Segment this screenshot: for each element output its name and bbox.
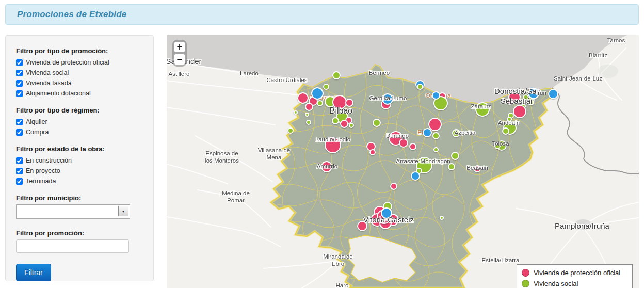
map-label: Vitoria-Gasteiz <box>363 215 414 225</box>
map-label: Laredo <box>240 70 259 77</box>
filter-checkbox[interactable] <box>16 90 23 97</box>
legend-dot-icon <box>522 280 529 287</box>
map-label: Villasana de Mena <box>258 147 290 162</box>
map-label: Saint-Jean-de-Luz <box>554 75 602 82</box>
zoom-out-button[interactable]: − <box>174 54 185 65</box>
filter-option-label: Vivienda de protección oficial <box>26 59 109 66</box>
filter-option-label: Vivienda tasada <box>26 79 72 87</box>
filter-option: Compra <box>16 127 143 137</box>
filter-option: Vivienda social <box>16 68 143 78</box>
map-label: Bermeo <box>369 69 390 76</box>
map-legend: Vivienda de protección oficialVivienda s… <box>517 264 633 288</box>
map-label: Castro Urdiales <box>266 76 307 84</box>
filter-checkbox[interactable] <box>16 129 23 136</box>
page-header: Promociones de Etxebide <box>5 4 639 25</box>
filter-group-title: Filtro por tipo de promoción: <box>16 47 143 55</box>
map-labels-over: SantanderAstilleroLaredoCastro UrdialesB… <box>167 35 639 288</box>
filter-checkbox[interactable] <box>16 157 23 164</box>
map-label: Pamplona/Iruña <box>555 221 609 231</box>
filter-checkbox[interactable] <box>16 59 23 66</box>
page-title: Promociones de Etxebide <box>17 9 126 20</box>
filter-option-label: Compra <box>26 129 49 136</box>
map-label: Beasain <box>466 164 488 171</box>
filter-option: Vivienda tasada <box>16 78 143 88</box>
map-label: Zarautz <box>471 103 491 110</box>
filter-panel: Filtro por tipo de promoción:Vivienda de… <box>5 35 154 281</box>
map-label: Medina de Pomar <box>222 189 250 204</box>
map-label: Gernika-Lumo <box>369 94 407 102</box>
map-label: Arrasate-Mondragón <box>396 157 450 165</box>
zoom-control: + − <box>172 40 187 67</box>
legend-dot-icon <box>522 269 529 277</box>
map-label: Biarritz <box>589 52 607 59</box>
legend-item-label: Vivienda social <box>534 280 578 287</box>
promocion-input[interactable] <box>16 239 129 253</box>
filter-checkbox[interactable] <box>16 80 23 87</box>
legend-item: Vivienda social <box>522 280 627 287</box>
filter-checkbox[interactable] <box>16 168 23 174</box>
filter-checkbox[interactable] <box>16 119 23 125</box>
municipio-select[interactable]: ▼ <box>16 204 130 219</box>
legend-item: Vivienda de protección oficial <box>522 269 627 277</box>
filter-groups: Filtro por tipo de promoción:Vivienda de… <box>16 47 143 186</box>
map-label: Andoain <box>498 119 520 126</box>
map-label: Irun <box>536 89 546 97</box>
filter-option-label: Alojamiento dotacional <box>26 90 91 97</box>
map-label: Donostia/San Sebastián <box>494 87 541 106</box>
map-label: Laudio/Llodio <box>315 136 350 143</box>
map-canvas[interactable]: PortugaleteOndarroaEibar SantanderAstill… <box>167 35 639 288</box>
filter-option: En proyecto <box>16 166 143 176</box>
filter-option-label: En construcción <box>26 157 72 164</box>
filter-group: Filtro por tipo de promoción:Vivienda de… <box>16 47 143 99</box>
map-label: Estella/Lizarra <box>482 257 520 264</box>
map-label: Amurrio <box>317 163 337 170</box>
filter-option-label: Terminada <box>26 178 56 185</box>
map-label: Bilbao <box>330 106 352 116</box>
municipio-filter-label: Filtro por municipio: <box>16 194 143 202</box>
filter-option: Terminada <box>16 176 143 186</box>
map-label: Durango <box>386 132 409 139</box>
map-label: Espinosa de los Monteros <box>205 150 239 165</box>
filter-option: En construcción <box>16 155 143 166</box>
map-label: Tarnos <box>607 37 625 44</box>
filter-group: Filtro por tipo de régimen:AlquilerCompr… <box>16 106 143 137</box>
filter-group-title: Filtro por tipo de régimen: <box>16 106 143 114</box>
filter-option-label: Alquiler <box>26 118 47 125</box>
map-label: Tolosa <box>492 140 509 147</box>
filter-option-label: En proyecto <box>26 167 60 174</box>
filter-button[interactable]: Filtrar <box>16 264 51 281</box>
filter-option-label: Vivienda social <box>26 69 69 76</box>
filter-option: Alojamiento dotacional <box>16 88 143 99</box>
filter-group-title: Filtro por estado de la obra: <box>16 145 143 153</box>
map-label: Miranda de Ebro <box>323 253 353 268</box>
map-label: Astillero <box>169 70 190 77</box>
filter-option: Alquiler <box>16 117 143 127</box>
filter-checkbox[interactable] <box>16 70 23 76</box>
filter-checkbox[interactable] <box>16 178 23 185</box>
promocion-filter-label: Filtro por promoción: <box>16 229 143 237</box>
zoom-in-button[interactable]: + <box>174 42 185 52</box>
map-label: Azpeitia <box>455 129 476 136</box>
map-label: Haro <box>336 282 349 288</box>
chevron-down-icon[interactable]: ▼ <box>118 206 128 216</box>
filter-group: Filtro por estado de la obra:En construc… <box>16 145 143 186</box>
legend-item-label: Vivienda de protección oficial <box>534 269 620 277</box>
filter-option: Vivienda de protección oficial <box>16 57 143 68</box>
